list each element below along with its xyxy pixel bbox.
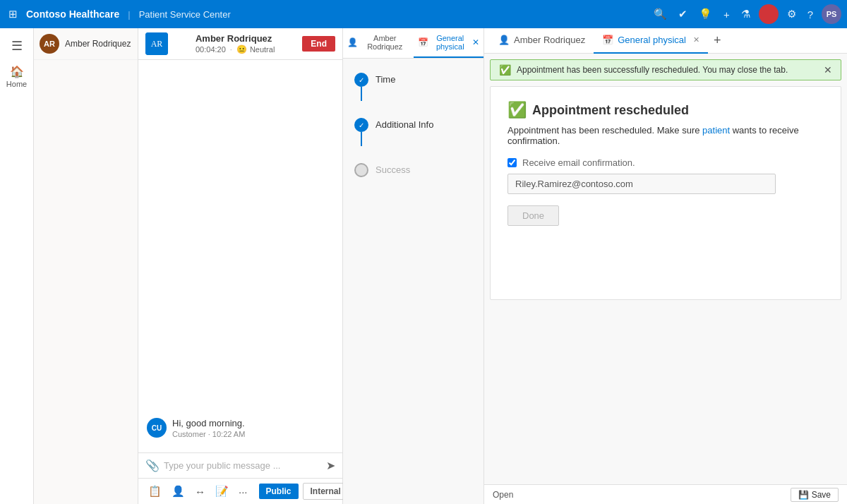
save-button[interactable]: 💾 Save [791,488,839,502]
note-icon[interactable]: 📝 [212,484,232,499]
calendar-tab-icon: 📅 [418,37,428,47]
transfer-icon[interactable]: ↔ [192,484,208,499]
wizard-tabs: 👤 Amber Rodriquez 📅 General physical ✕ [343,28,483,59]
caller-info: Amber Rodriquez 00:04:20 · 😐 Neutral [196,33,275,54]
wizard-steps: ✓ Time ✓ Additional Info Success [343,59,483,191]
settings-icon[interactable]: ⚙ [787,8,796,20]
status-bar: Open 💾 Save [484,484,847,504]
chat-input-area: 📎 ➤ [138,452,342,478]
nav-separator: | [128,9,130,20]
app-grid-icon[interactable]: ⊞ [8,8,18,20]
save-icon: 💾 [798,490,809,500]
message-avatar: CU [147,418,167,438]
main-content: 👤 Amber Rodriquez 📅 General physical ✕ +… [484,28,847,504]
step-line-time [361,87,362,101]
step-line-additional [361,132,362,146]
message-content: Hi, good morning. Customer · 10:22 AM [172,418,245,438]
email-confirm-row: Receive email confirmation. [507,157,824,168]
chat-input[interactable] [164,460,322,471]
agent-name: Amber Rodriquez [65,39,131,49]
agent-panel: AR Amber Rodriquez [34,28,138,504]
message-meta: Customer · 10:22 AM [172,430,245,438]
notif-check-icon: ✅ [499,64,511,76]
brand-name: Contoso Healthcare [26,8,119,20]
appointment-card: ✅ Appointment rescheduled Appointment ha… [490,86,841,300]
idea-icon[interactable]: 💡 [699,8,712,20]
wizard-step-time: ✓ Time [354,73,472,118]
appointment-title: ✅ Appointment rescheduled [507,101,824,119]
sidebar-item-home[interactable]: 🏠 Home [0,61,33,92]
main-tab-general[interactable]: 📅 General physical ✕ [594,28,708,54]
main-tab-general-label: General physical [618,35,686,45]
send-icon[interactable]: ➤ [326,459,335,472]
wizard-step-success: Success [354,163,472,177]
step-label-success: Success [376,163,410,175]
chat-message-item: CU Hi, good morning. Customer · 10:22 AM [147,418,334,438]
chat-header: AR Amber Rodriquez 00:04:20 · 😐 Neutral … [138,28,342,60]
close-notification-button[interactable]: ✕ [824,64,832,76]
end-call-button[interactable]: End [302,36,335,52]
step-circle-additional: ✓ [354,118,368,132]
add-icon[interactable]: + [723,8,730,20]
person-tab-icon: 👤 [347,37,358,47]
checkmark-icon[interactable]: ✔ [678,8,687,20]
email-confirm-label: Receive email confirmation. [522,157,635,168]
wizard-step-additional: ✓ Additional Info [354,118,472,163]
appointment-subtitle: Appointment has been rescheduled. Make s… [507,125,824,146]
notification-bar: ✅ Appointment has been successfully resc… [490,59,841,80]
agent-avatar: AR [40,34,59,54]
svg-text:AR: AR [151,39,163,49]
main-tab-amber[interactable]: 👤 Amber Rodriquez [490,28,594,54]
agent-list-item[interactable]: AR Amber Rodriquez [34,28,138,60]
open-status: Open [493,490,513,500]
search-icon[interactable]: 🔍 [654,8,667,20]
main-tab-general-icon: 📅 [602,35,613,45]
chat-messages: CU Hi, good morning. Customer · 10:22 AM [138,60,342,452]
message-text: Hi, good morning. [172,418,245,428]
wizard-tab-amber[interactable]: 👤 Amber Rodriquez [343,28,414,58]
template-icon[interactable]: 📋 [145,484,164,499]
wizard-tab-general[interactable]: 📅 General physical ✕ [414,28,484,58]
chat-toolbar: 📋 👤 ↔ 📝 ··· Public Internal [138,478,342,504]
done-button[interactable]: Done [507,205,559,226]
email-confirm-checkbox[interactable] [507,158,517,167]
contact-icon[interactable]: 👤 [169,484,188,499]
filter-icon[interactable]: ⚗ [741,8,750,20]
add-tab-button[interactable]: + [708,33,727,48]
step-circle-success [354,163,368,177]
caller-avatar: AR [145,32,168,55]
email-input[interactable] [507,174,776,194]
internal-button[interactable]: Internal [303,483,349,500]
home-label: Home [6,80,27,88]
attach-icon[interactable]: 📎 [145,459,160,472]
appointment-title-text: Appointment rescheduled [532,103,689,118]
main-tab-amber-icon: 👤 [498,35,510,45]
more-icon[interactable]: ··· [236,484,251,499]
wizard-panel: 👤 Amber Rodriquez 📅 General physical ✕ ✓… [343,28,484,504]
save-label: Save [812,490,831,500]
close-wizard-tab[interactable]: ✕ [472,37,479,47]
close-main-tab[interactable]: ✕ [693,35,699,44]
menu-button[interactable]: ☰ [7,34,27,58]
top-navigation: ⊞ Contoso Healthcare | Patient Service C… [0,0,847,28]
caller-meta: 00:04:20 · 😐 Neutral [196,44,275,54]
main-tabs-bar: 👤 Amber Rodriquez 📅 General physical ✕ + [484,28,847,54]
sub-brand-name: Patient Service Center [139,9,231,20]
caller-name: Amber Rodriquez [196,33,275,44]
main-tab-amber-label: Amber Rodriquez [514,35,585,45]
step-label-additional: Additional Info [376,118,433,130]
wizard-tab-general-label: General physical [431,34,470,51]
wizard-tab-amber-label: Amber Rodriquez [361,34,409,51]
patient-link[interactable]: patient [702,125,730,136]
help-icon[interactable]: ? [807,8,813,20]
step-label-time: Time [376,73,395,85]
home-icon: 🏠 [10,65,24,78]
step-circle-time: ✓ [354,73,368,87]
user-avatar[interactable]: PS [822,4,841,24]
sidebar: ☰ 🏠 Home [0,28,34,504]
notification-text: Appointment has been successfully resche… [517,65,788,75]
notification-badge[interactable] [759,4,779,24]
appointment-check-icon: ✅ [507,101,527,119]
public-button[interactable]: Public [259,484,299,499]
chat-panel: AR Amber Rodriquez 00:04:20 · 😐 Neutral … [138,28,343,504]
